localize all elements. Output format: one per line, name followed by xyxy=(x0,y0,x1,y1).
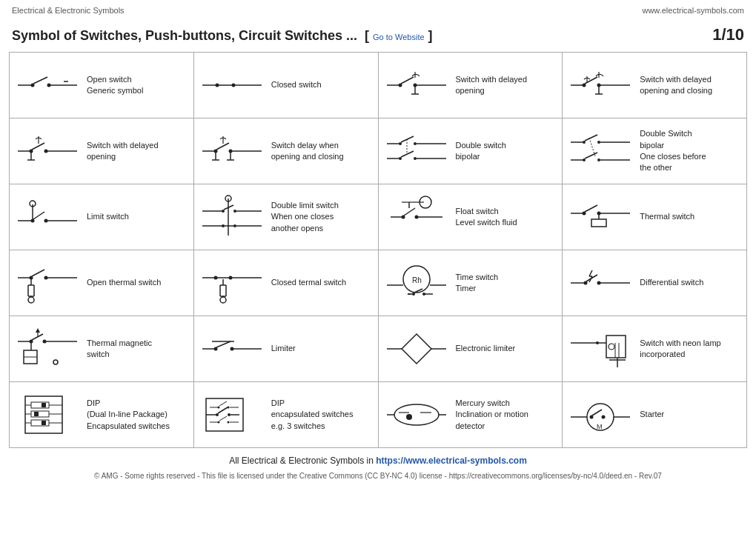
cell-limit-switch: Limit switch xyxy=(10,184,194,250)
svg-point-216 xyxy=(602,415,606,418)
svg-point-10 xyxy=(231,84,235,87)
cell-open-thermal-switch: Open thermal switch xyxy=(10,250,194,316)
double-switch-bipolar2-icon xyxy=(567,129,634,173)
svg-line-71 xyxy=(33,212,44,219)
limit-switch-label: Limit switch xyxy=(87,211,129,222)
svg-point-200 xyxy=(217,421,219,424)
svg-line-31 xyxy=(32,143,44,150)
switch-delay-open-close-icon xyxy=(199,133,265,170)
svg-point-143 xyxy=(597,281,601,285)
cell-dip-encapsulated: DIP(Dual In-line Package)Encapsulated sw… xyxy=(10,382,194,447)
switch-delayed-open-close-label: Switch with delayedopening and closing xyxy=(640,74,712,97)
svg-line-161 xyxy=(216,341,231,347)
grid-row-2: Switch with delayedopening Swit xyxy=(10,119,746,184)
closed-thermal-switch-icon xyxy=(199,263,265,304)
cell-closed-switch: Closed switch xyxy=(194,53,379,118)
page-number: 1/10 xyxy=(712,25,744,44)
differential-switch-label: Differential switch xyxy=(640,277,703,288)
svg-point-206 xyxy=(406,414,412,420)
svg-point-170 xyxy=(596,341,599,344)
svg-point-197 xyxy=(227,407,229,409)
cell-electronic-limiter: Electronic limiter xyxy=(379,316,563,381)
thermal-switch-icon xyxy=(567,198,634,236)
footer-copyright: © AMG - Some rights reserved - This file… xyxy=(0,469,756,486)
grid-row-5: Thermal magneticswitch Limiter xyxy=(10,316,746,382)
go-to-website-link[interactable]: Go to Website xyxy=(373,33,425,41)
closed-switch-icon xyxy=(199,74,265,96)
mercury-switch-icon xyxy=(383,396,450,433)
double-limit-switch-label: Double limit switchWhen one closesanothe… xyxy=(271,200,339,234)
starter-icon: M xyxy=(567,395,634,435)
svg-point-151 xyxy=(43,340,47,344)
double-switch-bipolar-label: Double switchbipolar xyxy=(456,140,506,163)
switch-delayed-opening-1-label: Switch with delayedopening xyxy=(456,74,528,97)
svg-point-113 xyxy=(28,297,34,303)
page-title: Symbol of Switches, Push-buttons, Circui… xyxy=(12,28,433,44)
electronic-limiter-label: Electronic limiter xyxy=(456,343,516,354)
footer-text: All Electrical & Electronic Symbols in xyxy=(229,455,376,466)
svg-line-191 xyxy=(218,407,228,413)
svg-point-157 xyxy=(53,360,58,364)
cell-limiter: Limiter xyxy=(194,316,379,381)
svg-line-145 xyxy=(589,270,592,276)
switch-neon-lamp-icon xyxy=(567,327,634,371)
svg-line-105 xyxy=(32,270,44,276)
cell-switch-delay-open-close: Switch delay whenopening and closing xyxy=(194,119,379,184)
cell-double-limit-switch: Double limit switchWhen one closesanothe… xyxy=(194,184,379,250)
svg-point-40 xyxy=(228,150,232,153)
cell-switch-neon-lamp: Switch with neon lampincorporated xyxy=(563,316,746,381)
svg-point-91 xyxy=(414,216,418,219)
switch-delayed-opening-2-label: Switch with delayedopening xyxy=(87,140,159,163)
cell-switch-delayed-open-close: Switch with delayedopening and closing xyxy=(563,53,746,118)
site-url: www.electrical-symbols.com xyxy=(642,6,744,15)
switch-delayed-open-close-icon xyxy=(567,70,634,100)
site-name: Electrical & Electronic Symbols xyxy=(12,6,125,15)
switch-neon-lamp-label: Switch with neon lampincorporated xyxy=(640,338,720,361)
svg-point-118 xyxy=(228,276,232,279)
svg-point-15 xyxy=(413,84,417,87)
open-thermal-switch-icon xyxy=(14,263,81,304)
cell-double-switch-bipolar: Double switchbipolar xyxy=(379,119,563,184)
footer-url-link[interactable]: https://www.electrical-symbols.com xyxy=(376,455,527,466)
double-switch-bipolar2-label: Double SwitchbipolarOne closes beforethe… xyxy=(640,128,706,174)
svg-point-99 xyxy=(597,212,601,216)
svg-line-14 xyxy=(401,77,414,84)
svg-marker-165 xyxy=(402,334,431,364)
limit-switch-icon xyxy=(14,198,81,236)
svg-point-50 xyxy=(414,142,417,145)
cell-closed-thermal-switch: Closed termal switch xyxy=(194,250,379,316)
svg-text:Rh: Rh xyxy=(412,276,422,284)
svg-point-86 xyxy=(233,224,236,227)
cell-differential-switch: Differential switch xyxy=(563,250,746,316)
limiter-icon xyxy=(199,338,265,360)
time-switch-icon: Rh xyxy=(383,263,450,304)
svg-line-65 xyxy=(585,153,597,158)
cell-mercury-switch: Mercury switchInclination or motiondetec… xyxy=(379,382,563,447)
cell-double-switch-bipolar2: Double SwitchbipolarOne closes beforethe… xyxy=(563,119,746,184)
svg-rect-168 xyxy=(606,336,626,358)
svg-rect-188 xyxy=(42,421,46,425)
svg-point-162 xyxy=(230,347,233,351)
svg-point-205 xyxy=(394,404,439,425)
cell-float-switch: Float switchLevel switch fluid xyxy=(379,184,563,250)
cell-open-switch: Open switchGeneric symbol xyxy=(10,53,194,118)
svg-point-55 xyxy=(414,157,417,160)
dip-3switches-icon xyxy=(199,393,265,437)
switch-delayed-opening-1-icon xyxy=(383,70,450,100)
svg-line-39 xyxy=(216,143,229,150)
cell-time-switch: Rh Time switchTimer xyxy=(379,250,563,316)
svg-rect-186 xyxy=(42,403,46,407)
time-switch-label: Time switchTimer xyxy=(456,272,499,295)
cell-switch-delayed-opening-1: Switch with delayedopening xyxy=(379,53,563,118)
svg-point-72 xyxy=(44,219,48,223)
thermal-switch-label: Thermal switch xyxy=(640,211,694,222)
svg-point-61 xyxy=(597,141,600,144)
svg-rect-181 xyxy=(31,411,49,417)
grid-row-4: Open thermal switch xyxy=(10,250,746,316)
svg-point-32 xyxy=(44,150,48,153)
svg-point-171 xyxy=(609,344,614,350)
svg-rect-178 xyxy=(31,402,49,408)
svg-point-3 xyxy=(47,84,51,87)
float-switch-icon xyxy=(383,195,450,239)
electronic-limiter-icon xyxy=(383,327,450,371)
